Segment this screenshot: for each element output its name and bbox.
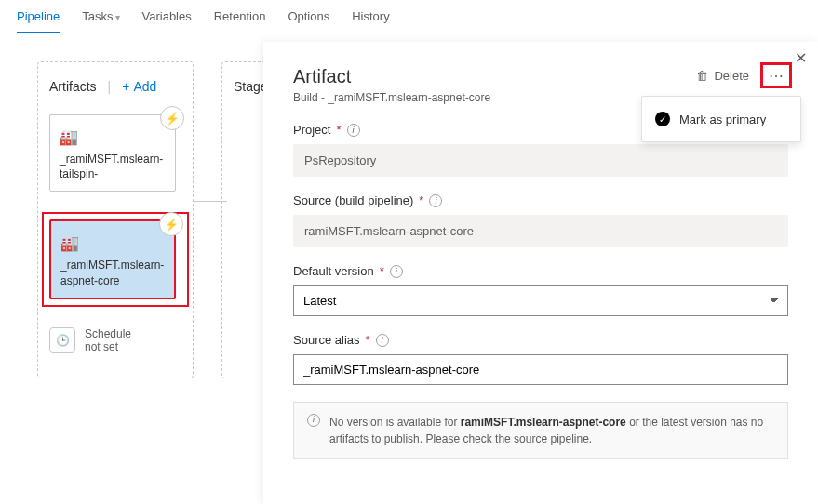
info-icon[interactable]: i xyxy=(376,334,389,347)
connector-line xyxy=(194,201,227,202)
build-icon: 🏭 xyxy=(60,128,166,146)
label-text: Default version xyxy=(293,264,374,278)
artifacts-column: Artifacts | + Add ⚡ 🏭 _ramiMSFT.mslearn-… xyxy=(37,61,194,378)
tab-pipeline[interactable]: Pipeline xyxy=(17,9,60,33)
field-version: Default version * i Latest xyxy=(293,264,788,316)
artifact-name: _ramiMSFT.mslearn-aspnet-core xyxy=(60,258,165,287)
field-source: Source (build pipeline) * i ramiMSFT.msl… xyxy=(293,193,788,247)
delete-label: Delete xyxy=(714,69,749,83)
context-menu: ✓ Mark as primary xyxy=(641,96,801,142)
close-button[interactable]: ✕ xyxy=(795,49,807,67)
artifact-card-wrap: ⚡ 🏭 _ramiMSFT.mslearn-aspnet-core xyxy=(49,219,181,298)
artifact-card[interactable]: ⚡ 🏭 _ramiMSFT.mslearn-tailspin- xyxy=(49,114,176,192)
message-text: No version is available for ramiMSFT.msl… xyxy=(329,414,774,447)
artifact-card-wrap: ⚡ 🏭 _ramiMSFT.mslearn-tailspin- xyxy=(49,114,181,192)
delete-button[interactable]: 🗑 Delete xyxy=(696,69,749,83)
schedule-text: Schedule not set xyxy=(85,327,131,353)
clock-icon: 🕒 xyxy=(49,327,75,353)
check-icon: ✓ xyxy=(655,112,670,126)
stages-header: Stages xyxy=(234,79,265,94)
required-mark: * xyxy=(419,193,423,207)
field-label: Source alias * i xyxy=(293,333,788,347)
tab-options[interactable]: Options xyxy=(288,9,329,33)
label-text: Source alias xyxy=(293,333,360,347)
plus-icon: + xyxy=(122,79,129,94)
artifacts-header: Artifacts | + Add xyxy=(49,79,181,94)
lightning-icon: ⚡ xyxy=(164,218,179,232)
artifact-card-selected[interactable]: ⚡ 🏭 _ramiMSFT.mslearn-aspnet-core xyxy=(49,219,176,298)
schedule-line2: not set xyxy=(85,340,131,353)
msg-pre: No version is available for xyxy=(329,416,461,429)
info-icon[interactable]: i xyxy=(429,194,442,207)
msg-bold: ramiMSFT.mslearn-aspnet-core xyxy=(461,416,626,429)
project-value: PsRepository xyxy=(293,144,788,177)
info-icon: i xyxy=(307,414,320,427)
add-artifact-button[interactable]: + Add xyxy=(122,79,156,94)
tab-label: Tasks xyxy=(82,9,113,23)
tab-variables[interactable]: Variables xyxy=(142,9,192,33)
required-mark: * xyxy=(336,123,341,137)
add-label: Add xyxy=(133,79,156,94)
info-icon[interactable]: i xyxy=(390,265,403,278)
chevron-down-icon: ▾ xyxy=(115,12,120,22)
schedule-line1: Schedule xyxy=(85,327,131,340)
version-select[interactable]: Latest xyxy=(293,285,788,316)
field-alias: Source alias * i xyxy=(293,333,788,385)
tab-retention[interactable]: Retention xyxy=(214,9,266,33)
panel-actions: 🗑 Delete ⋯ xyxy=(696,62,792,88)
info-icon[interactable]: i xyxy=(347,124,360,137)
separator: | xyxy=(108,79,112,94)
trash-icon: 🗑 xyxy=(696,69,708,83)
source-value: ramiMSFT.mslearn-aspnet-core xyxy=(293,215,788,247)
label-text: Project xyxy=(293,123,330,137)
artifact-panel: ✕ 🗑 Delete ⋯ ✓ Mark as primary Artifact … xyxy=(263,42,818,504)
trigger-button[interactable]: ⚡ xyxy=(160,106,184,130)
schedule-block[interactable]: 🕒 Schedule not set xyxy=(49,327,181,353)
lightning-icon: ⚡ xyxy=(165,112,180,126)
tab-bar: Pipeline Tasks▾ Variables Retention Opti… xyxy=(0,0,818,33)
field-label: Source (build pipeline) * i xyxy=(293,193,788,207)
alias-input[interactable] xyxy=(293,354,788,385)
required-mark: * xyxy=(366,333,370,347)
field-label: Default version * i xyxy=(293,264,788,278)
trigger-button[interactable]: ⚡ xyxy=(159,212,183,236)
more-actions-button[interactable]: ⋯ xyxy=(760,62,792,88)
tab-history[interactable]: History xyxy=(352,9,389,33)
required-mark: * xyxy=(380,264,384,278)
menu-label: Mark as primary xyxy=(679,113,766,126)
artifact-name: _ramiMSFT.mslearn-tailspin- xyxy=(60,152,166,181)
artifacts-title: Artifacts xyxy=(49,79,97,94)
ellipsis-icon: ⋯ xyxy=(769,67,784,85)
info-message: i No version is available for ramiMSFT.m… xyxy=(293,402,788,459)
mark-primary-item[interactable]: ✓ Mark as primary xyxy=(642,104,800,134)
build-icon: 🏭 xyxy=(60,234,165,252)
tab-tasks[interactable]: Tasks▾ xyxy=(82,9,119,33)
label-text: Source (build pipeline) xyxy=(293,193,413,207)
